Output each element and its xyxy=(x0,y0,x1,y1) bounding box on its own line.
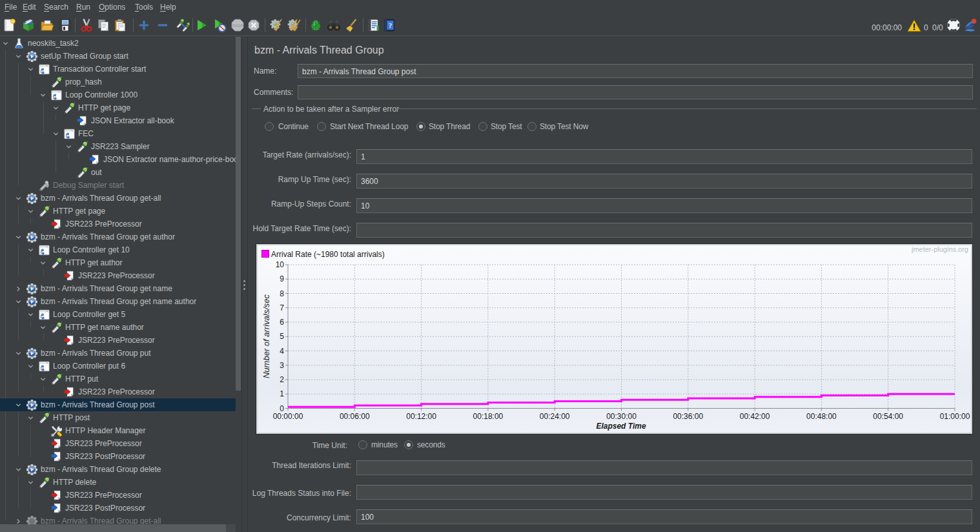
svg-text:3: 3 xyxy=(280,361,284,370)
svg-text:00:48:00: 00:48:00 xyxy=(806,412,837,421)
svg-text:00:36:00: 00:36:00 xyxy=(673,412,703,421)
svg-text:4: 4 xyxy=(280,347,284,356)
svg-text:00:42:00: 00:42:00 xyxy=(740,412,770,421)
svg-text:00:00:00: 00:00:00 xyxy=(273,412,303,421)
svg-text:7: 7 xyxy=(280,303,284,312)
svg-text:8: 8 xyxy=(280,289,284,298)
svg-text:2: 2 xyxy=(280,375,284,384)
svg-text:00:24:00: 00:24:00 xyxy=(540,412,570,421)
svg-text:00:06:00: 00:06:00 xyxy=(340,412,370,421)
svg-text:5: 5 xyxy=(280,332,284,341)
svg-text:1: 1 xyxy=(280,389,284,398)
svg-text:00:12:00: 00:12:00 xyxy=(406,412,436,421)
svg-text:?: ? xyxy=(389,21,393,29)
svg-text:Arrival Rate (~1980 total arri: Arrival Rate (~1980 total arrivals) xyxy=(271,250,385,259)
svg-text:Number of arrivals/sec: Number of arrivals/sec xyxy=(261,294,271,378)
svg-text:01:00:00: 01:00:00 xyxy=(940,412,970,421)
svg-text:00:54:00: 00:54:00 xyxy=(873,412,903,421)
svg-text:10: 10 xyxy=(276,260,285,269)
svg-text:9: 9 xyxy=(280,274,284,283)
svg-text:00:30:00: 00:30:00 xyxy=(606,412,637,421)
svg-text:jmeter-plugins.org: jmeter-plugins.org xyxy=(911,245,968,253)
svg-text:STOP: STOP xyxy=(232,23,243,28)
svg-text:00:18:00: 00:18:00 xyxy=(473,412,504,421)
svg-text:6: 6 xyxy=(280,318,284,327)
svg-text:Elapsed Time: Elapsed Time xyxy=(596,422,646,431)
